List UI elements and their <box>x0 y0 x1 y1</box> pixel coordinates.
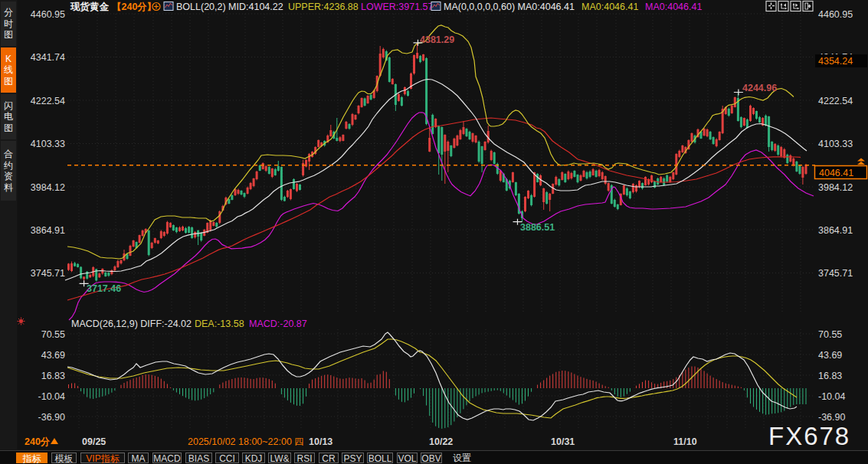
svg-text:16.83: 16.83 <box>41 371 65 381</box>
svg-text:MACD:-20.87: MACD:-20.87 <box>249 319 307 329</box>
svg-text:43.69: 43.69 <box>818 350 842 361</box>
svg-text:-36.90: -36.90 <box>818 412 845 423</box>
svg-text:4381.29: 4381.29 <box>420 34 454 45</box>
svg-text:MA0:4046.41: MA0:4046.41 <box>645 2 702 12</box>
svg-text:4103.33: 4103.33 <box>31 139 65 149</box>
svg-text:-36.90: -36.90 <box>38 412 65 423</box>
svg-text:LOWER:3971.57: LOWER:3971.57 <box>361 2 434 12</box>
svg-text:3717.46: 3717.46 <box>87 283 121 294</box>
svg-text:3745.71: 3745.71 <box>31 268 65 279</box>
svg-text:BOLL(20,2) MID:4104.22: BOLL(20,2) MID:4104.22 <box>176 2 283 12</box>
svg-text:3864.91: 3864.91 <box>818 225 853 236</box>
svg-text:3864.91: 3864.91 <box>31 225 65 236</box>
svg-text:2025/10/02 18:00~22:00 四: 2025/10/02 18:00~22:00 四 <box>188 436 304 447</box>
svg-text:3984.12: 3984.12 <box>31 182 65 193</box>
svg-text:4354.24: 4354.24 <box>818 56 853 67</box>
svg-text:4222.54: 4222.54 <box>31 96 65 106</box>
svg-text:3745.71: 3745.71 <box>818 268 853 279</box>
svg-text:DEA:-13.58: DEA:-13.58 <box>195 319 244 329</box>
svg-text:4460.95: 4460.95 <box>818 9 853 20</box>
svg-text:MA(0,0,0,0,0,60) MA0:4046.41: MA(0,0,0,0,0,60) MA0:4046.41 <box>444 2 575 12</box>
svg-text:4103.33: 4103.33 <box>818 139 853 149</box>
svg-text:16.83: 16.83 <box>818 371 842 381</box>
svg-text:10/22: 10/22 <box>429 436 453 447</box>
svg-text:4046.41: 4046.41 <box>819 168 853 178</box>
svg-text:MA0:4046.41: MA0:4046.41 <box>581 2 638 12</box>
svg-text:3886.51: 3886.51 <box>520 222 555 233</box>
svg-text:-10.04: -10.04 <box>38 391 65 402</box>
svg-text:70.55: 70.55 <box>41 329 65 340</box>
svg-text:MACD(26,12,9) DIFF:-24.02: MACD(26,12,9) DIFF:-24.02 <box>71 319 192 329</box>
svg-text:4244.96: 4244.96 <box>742 83 777 93</box>
svg-text:FX678: FX678 <box>768 422 850 450</box>
svg-text:UPPER:4236.88: UPPER:4236.88 <box>288 2 359 12</box>
svg-text:【240分】: 【240分】 <box>112 2 156 12</box>
svg-text:10/31: 10/31 <box>551 436 575 447</box>
svg-text:240分: 240分 <box>25 436 51 447</box>
svg-text:现货黄金: 现货黄金 <box>70 2 110 12</box>
svg-text:4222.54: 4222.54 <box>818 96 853 106</box>
svg-text:10/13: 10/13 <box>309 436 332 447</box>
svg-text:-10.04: -10.04 <box>818 391 845 402</box>
svg-text:70.55: 70.55 <box>818 329 842 340</box>
svg-text:09/25: 09/25 <box>82 436 106 447</box>
svg-text:4460.95: 4460.95 <box>31 9 65 20</box>
svg-text:11/10: 11/10 <box>673 436 697 447</box>
svg-text:4341.74: 4341.74 <box>31 52 65 63</box>
svg-text:43.69: 43.69 <box>41 350 65 361</box>
svg-text:3984.12: 3984.12 <box>818 182 853 193</box>
